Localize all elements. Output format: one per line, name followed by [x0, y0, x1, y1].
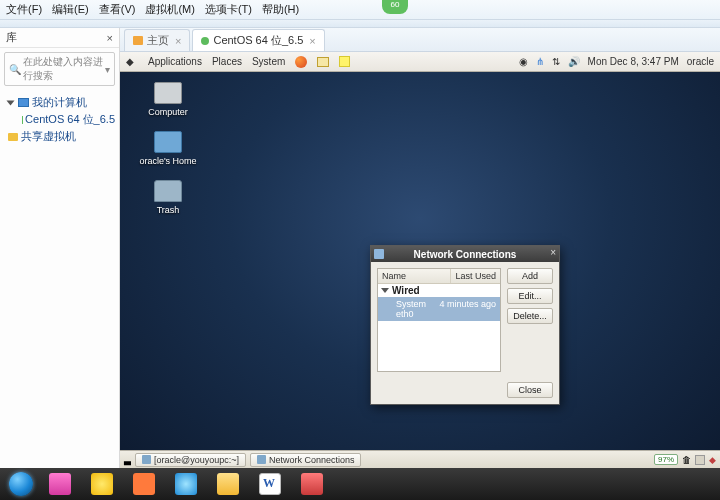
gnome-top-panel: ◆ Applications Places System ◉ ⋔ ⇅ 🔊 Mon…: [120, 52, 720, 72]
group-wired[interactable]: Wired: [378, 284, 500, 297]
close-tab-icon[interactable]: ×: [309, 35, 315, 47]
trash-panel-icon[interactable]: 🗑: [682, 455, 691, 465]
dialog-title: Network Connections: [414, 249, 517, 260]
computer-icon: [18, 98, 29, 107]
col-name[interactable]: Name: [378, 269, 451, 283]
library-tree: 我的计算机 CentOS 64 位_6.5 共享虚拟机: [0, 90, 119, 149]
windows-orb-icon: [9, 472, 33, 496]
host-notification-badge[interactable]: 60: [382, 0, 408, 14]
search-dropdown-icon[interactable]: ▾: [105, 64, 110, 75]
tab-bar: 主页× CentOS 64 位_6.5×: [120, 28, 720, 52]
menu-applications[interactable]: Applications: [148, 56, 202, 67]
taskbar-ie[interactable]: [166, 471, 206, 497]
tree-my-computer[interactable]: 我的计算机: [2, 94, 117, 111]
menu-tabs[interactable]: 选项卡(T): [205, 2, 252, 17]
taskbar-app-7[interactable]: [292, 471, 332, 497]
accessibility-icon[interactable]: ◉: [519, 56, 528, 67]
delete-button[interactable]: Delete...: [507, 308, 553, 324]
menu-file[interactable]: 文件(F): [6, 2, 42, 17]
volume-icon[interactable]: 🔊: [568, 56, 580, 67]
connection-last-used: 4 minutes ago: [435, 297, 500, 321]
tab-home[interactable]: 主页×: [124, 29, 190, 51]
menu-system[interactable]: System: [252, 56, 285, 67]
chevron-down-icon: [381, 288, 389, 293]
network-icon[interactable]: ⇅: [552, 56, 560, 67]
desktop-computer[interactable]: Computer: [138, 82, 198, 117]
close-tab-icon[interactable]: ×: [175, 35, 181, 47]
home-icon: [133, 36, 143, 45]
dialog-titlebar[interactable]: Network Connections ×: [371, 246, 559, 262]
library-title: 库: [6, 30, 17, 45]
menu-vm[interactable]: 虚拟机(M): [145, 2, 195, 17]
folder-icon: [8, 133, 18, 141]
bluetooth-icon[interactable]: ⋔: [536, 56, 544, 67]
tree-vm-centos[interactable]: CentOS 64 位_6.5: [2, 111, 117, 128]
panel-extra-icon[interactable]: ◆: [709, 455, 716, 465]
workspace-switcher[interactable]: [695, 455, 705, 465]
taskbar-explorer[interactable]: [208, 471, 248, 497]
note-icon[interactable]: [339, 56, 350, 67]
windows-taskbar: [0, 468, 720, 500]
taskbar-app-3[interactable]: [124, 471, 164, 497]
library-search[interactable]: 🔍 在此处键入内容进行搜索 ▾: [4, 52, 115, 86]
taskbar-app-1[interactable]: [40, 471, 80, 497]
desktop-home[interactable]: oracle's Home: [138, 131, 198, 166]
task-terminal[interactable]: [oracle@youyoupc:~]: [135, 453, 246, 467]
close-button[interactable]: Close: [507, 382, 553, 398]
taskbar-app-2[interactable]: [82, 471, 122, 497]
menu-edit[interactable]: 编辑(E): [52, 2, 89, 17]
dialog-close-icon[interactable]: ×: [550, 247, 556, 258]
menu-places[interactable]: Places: [212, 56, 242, 67]
dialog-icon: [374, 249, 384, 259]
edit-button[interactable]: Edit...: [507, 288, 553, 304]
start-button[interactable]: [4, 471, 38, 497]
battery-indicator[interactable]: 97%: [654, 454, 678, 465]
tab-centos[interactable]: CentOS 64 位_6.5×: [192, 29, 324, 51]
menu-view[interactable]: 查看(V): [99, 2, 136, 17]
col-last-used[interactable]: Last Used: [451, 269, 500, 283]
show-desktop-icon[interactable]: ▃: [124, 455, 131, 465]
search-placeholder: 在此处键入内容进行搜索: [23, 55, 103, 83]
user-menu[interactable]: oracle: [687, 56, 714, 67]
network-connections-dialog: Network Connections × Name Last Used Wir…: [370, 245, 560, 405]
connections-list[interactable]: Name Last Used Wired System eth0 4 minut…: [377, 268, 501, 372]
gnome-foot-icon[interactable]: ◆: [126, 56, 138, 68]
mail-icon[interactable]: [317, 57, 329, 67]
vm-running-icon: [201, 37, 209, 45]
host-toolbar: [0, 20, 720, 28]
menu-help[interactable]: 帮助(H): [262, 2, 299, 17]
search-icon: 🔍: [9, 64, 21, 75]
desktop-trash[interactable]: Trash: [138, 180, 198, 215]
firefox-icon[interactable]: [295, 56, 307, 68]
library-sidebar: 库 × 🔍 在此处键入内容进行搜索 ▾ 我的计算机 CentOS 64 位_6.…: [0, 28, 120, 468]
computer-icon: [154, 82, 182, 104]
close-sidebar-icon[interactable]: ×: [107, 32, 113, 44]
task-network-connections[interactable]: Network Connections: [250, 453, 362, 467]
gnome-bottom-panel: ▃ [oracle@youyoupc:~] Network Connection…: [120, 450, 720, 468]
connection-name: System eth0: [378, 297, 435, 321]
connection-row-eth0[interactable]: System eth0 4 minutes ago: [378, 297, 500, 321]
terminal-icon: [142, 455, 151, 464]
add-button[interactable]: Add: [507, 268, 553, 284]
tree-shared-vms[interactable]: 共享虚拟机: [2, 128, 117, 145]
host-menubar: 文件(F) 编辑(E) 查看(V) 虚拟机(M) 选项卡(T) 帮助(H): [0, 0, 720, 20]
clock[interactable]: Mon Dec 8, 3:47 PM: [588, 56, 679, 67]
home-folder-icon: [154, 131, 182, 153]
taskbar-word[interactable]: [250, 471, 290, 497]
vm-display[interactable]: ◆ Applications Places System ◉ ⋔ ⇅ 🔊 Mon…: [120, 52, 720, 468]
network-icon: [257, 455, 266, 464]
trash-icon: [154, 180, 182, 202]
